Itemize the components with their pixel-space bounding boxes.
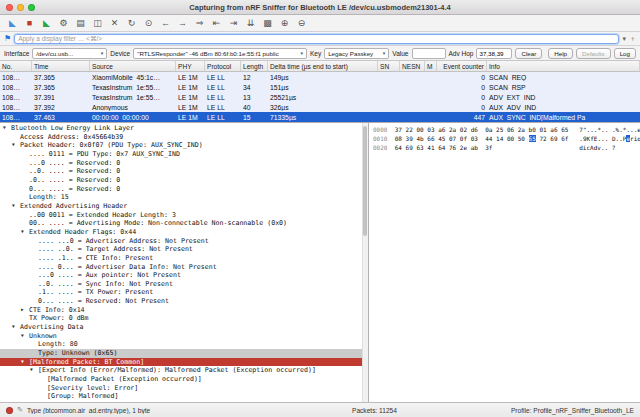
defaults-button[interactable]: Defaults xyxy=(576,48,611,59)
hex-row[interactable]: 0000 37 22 00 03 a6 2a 02 d6 0a 25 06 2a… xyxy=(373,125,640,134)
close-window-button[interactable] xyxy=(6,4,13,11)
value-input[interactable] xyxy=(412,48,446,59)
tree-row[interactable]: TX Power: 0 dBm xyxy=(0,314,368,323)
chevron-down-icon[interactable]: ▼ xyxy=(21,332,29,341)
column-header-nesn[interactable]: NESN xyxy=(400,61,425,71)
hex-byte[interactable]: 25 xyxy=(496,126,503,133)
tree-row[interactable]: .0.. .... = Reserved: 0 xyxy=(0,176,368,185)
chevron-down-icon[interactable]: ▼ xyxy=(21,228,29,237)
capture-options-icon[interactable]: ⚙ xyxy=(57,17,70,30)
column-header-m[interactable]: M xyxy=(425,61,437,71)
add-filter-button-icon[interactable]: ＋ xyxy=(629,34,636,44)
close-file-icon[interactable]: ✕ xyxy=(108,17,121,30)
colorize-icon[interactable]: ▩ xyxy=(261,17,274,30)
chevron-down-icon[interactable]: ▼ xyxy=(30,366,38,375)
hex-byte[interactable]: 37 xyxy=(395,126,402,133)
key-select[interactable]: Legacy Passkey ▾ xyxy=(324,48,389,59)
column-header-sn[interactable]: SN xyxy=(378,61,400,71)
forward-icon[interactable]: → xyxy=(176,17,189,30)
tree-row[interactable]: ▼Bluetooth Low Energy Link Layer xyxy=(0,124,368,133)
tree-row[interactable]: ▼Extended Header Flags: 0x44 xyxy=(0,228,368,237)
hex-byte[interactable]: a6 xyxy=(438,126,445,133)
hex-byte[interactable]: 0a xyxy=(485,126,492,133)
hex-byte[interactable]: 64 xyxy=(395,144,402,151)
hex-byte[interactable]: 00 xyxy=(507,135,514,142)
column-header-event[interactable]: Event counter xyxy=(437,61,487,71)
hex-byte[interactable]: 0f xyxy=(460,135,467,142)
hex-byte[interactable]: 22 xyxy=(406,126,413,133)
packet-list-header[interactable]: No.TimeSourcePHYProtocolLengthDelta time… xyxy=(0,61,640,72)
hex-byte[interactable]: 07 xyxy=(449,135,456,142)
expert-info-icon[interactable] xyxy=(6,407,13,414)
tree-row[interactable]: ...0 .... = Aux pointer: Not Present xyxy=(0,271,368,280)
chevron-down-icon[interactable]: ▼ xyxy=(12,141,20,150)
ascii-char[interactable]: . xyxy=(605,144,609,151)
goto-packet-icon[interactable]: ⇒ xyxy=(193,17,206,30)
hex-byte[interactable]: 64 xyxy=(438,144,445,151)
tree-row[interactable]: .... ..0. = Target Address: Not Present xyxy=(0,245,368,254)
tree-row[interactable]: .... .1.. = CTE Info: Present xyxy=(0,254,368,263)
hex-byte[interactable]: 69 xyxy=(406,144,413,151)
hex-byte[interactable]: ab xyxy=(471,144,478,151)
hex-byte[interactable]: 14 xyxy=(496,135,503,142)
first-packet-icon[interactable]: ⇤ xyxy=(210,17,223,30)
device-select[interactable]: "RTLSResponder" -46 dBm 80:6f:b0:1e:55:f… xyxy=(133,48,307,59)
hex-byte[interactable]: 44 xyxy=(485,135,492,142)
column-header-length[interactable]: Length xyxy=(241,61,268,71)
hex-byte[interactable]: 01 xyxy=(539,126,546,133)
packet-row[interactable]: 108…37.46300:00:00_00:00:00LE 1MLE LL157… xyxy=(0,112,640,122)
packet-row[interactable]: 108…37.365TexasInstrum_1e:55…LE 1MLE LL3… xyxy=(0,82,640,92)
hex-byte[interactable]: 00 xyxy=(416,126,423,133)
tree-row[interactable]: ▼Advertising Data xyxy=(0,323,368,332)
hex-byte[interactable]: 03 xyxy=(471,135,478,142)
tree-row[interactable]: ▶CTE Info: 0x14 xyxy=(0,306,368,315)
column-header-protocol[interactable]: Protocol xyxy=(205,61,241,71)
ascii-char[interactable]: . xyxy=(605,126,609,133)
column-header-phy[interactable]: PHY xyxy=(176,61,205,71)
auto-scroll-icon[interactable]: ⇊ xyxy=(244,17,257,30)
interface-select[interactable]: /dev/cu.usb... ▾ xyxy=(32,48,107,59)
column-header-no[interactable]: No. xyxy=(0,61,32,71)
ascii-char[interactable]: ? xyxy=(612,144,616,151)
chevron-down-icon[interactable]: ▼ xyxy=(3,124,11,133)
tree-row[interactable]: ▼[Malformed Packet: BT Common] xyxy=(0,358,368,367)
detail-scrollbar-thumb[interactable] xyxy=(363,126,367,236)
chevron-down-icon[interactable]: ▾ xyxy=(622,35,626,43)
hex-byte[interactable]: 2e xyxy=(460,144,467,151)
capture-comment-icon[interactable]: ✎ xyxy=(17,406,23,414)
tree-row[interactable]: ▼Unknown xyxy=(0,332,368,341)
hex-byte[interactable]: 2a xyxy=(449,126,456,133)
filter-bookmark-icon[interactable]: ⚑ xyxy=(4,35,11,43)
tree-row[interactable]: .1.. .... = TX Power: Present xyxy=(0,288,368,297)
hex-byte[interactable]: 50 xyxy=(518,135,525,142)
tree-row[interactable]: ..00 0011 = Extended Header Length: 3 xyxy=(0,211,368,220)
tree-row[interactable]: 0... .... = Reserved: Not Present xyxy=(0,297,368,306)
packet-row[interactable]: 108…37.391TexasInstrum_1e:55…LE 1MLE LL1… xyxy=(0,92,640,102)
display-filter-input[interactable] xyxy=(14,34,619,44)
tree-row[interactable]: 00.. .... = Advertising Mode: Non-connec… xyxy=(0,219,368,228)
column-header-delta[interactable]: Delta time (µs end to start) xyxy=(268,61,378,71)
profile-name[interactable]: Profile: Profile_nRF_Sniffer_Bluetooth_L… xyxy=(511,407,634,414)
hex-row[interactable]: 0020 64 69 63 41 64 76 2e ab 3f dicAdv..… xyxy=(373,143,640,152)
start-capture-icon[interactable]: ◣ xyxy=(6,17,19,30)
hex-byte[interactable]: 45 xyxy=(438,135,445,142)
tree-row[interactable]: .... 0111 = PDU Type: 0x7 AUX_SYNC_IND xyxy=(0,150,368,159)
chevron-down-icon[interactable]: ▼ xyxy=(12,202,20,211)
chevron-down-icon[interactable]: ▼ xyxy=(21,358,29,367)
hex-byte[interactable]: 2a xyxy=(518,126,525,133)
tree-row[interactable]: .... 0... = Advertiser Data Info: Not Pr… xyxy=(0,263,368,272)
hex-byte[interactable]: 65 xyxy=(561,126,568,133)
stop-capture-icon[interactable]: ■ xyxy=(23,17,36,30)
tree-row[interactable]: Length: 15 xyxy=(0,193,368,202)
clear-button[interactable]: Clear xyxy=(515,48,542,59)
tree-row[interactable]: ▼Packet Header: 0x0f07 (PDU Type: AUX_SY… xyxy=(0,141,368,150)
back-icon[interactable]: ← xyxy=(159,17,172,30)
tree-row[interactable]: [Severity level: Error] xyxy=(0,384,368,393)
restart-capture-icon[interactable]: ◣ xyxy=(40,17,53,30)
ascii-char[interactable]: . xyxy=(605,135,609,142)
hex-byte[interactable]: 03 xyxy=(427,126,434,133)
tree-row[interactable]: 0... .... = Reserved: 0 xyxy=(0,185,368,194)
reload-icon[interactable]: ↻ xyxy=(125,17,138,30)
hex-byte[interactable]: 72 xyxy=(539,135,546,142)
last-packet-icon[interactable]: ⇥ xyxy=(227,17,240,30)
